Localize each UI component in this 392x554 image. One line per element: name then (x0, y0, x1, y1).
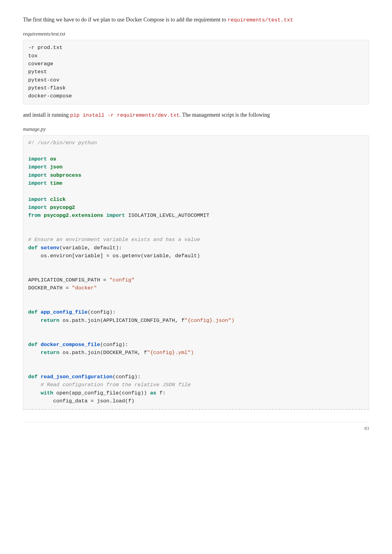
code-block-requirements: -r prod.txt tox coverage pytest pytest-c… (23, 40, 369, 104)
mod-json: json (50, 164, 62, 170)
open-call: open(app_config_file(config)) (53, 390, 150, 396)
setenv-body: os.environ[variable] = os.getenv(variabl… (28, 253, 200, 259)
kw-as: as (150, 390, 156, 396)
str-docker: "docker" (72, 285, 97, 291)
page-number: 83 (364, 426, 369, 431)
kw-import: import (28, 180, 47, 186)
caption-manage: manage.py (23, 125, 369, 133)
appcfg-ext: .json (213, 318, 228, 323)
kw-import: import (28, 172, 47, 178)
code-block-manage: #! /usr/bin/env python import os import … (23, 135, 369, 409)
kw-def: def (28, 309, 38, 315)
mod-psy-ext: psycopg2.extensions (44, 213, 103, 218)
mod-time: time (50, 180, 62, 186)
kw-import: import (28, 156, 47, 162)
mod-psycopg2: psycopg2 (50, 205, 75, 210)
appcfg-args: (config): (88, 309, 116, 315)
iso-const: ISOLATION_LEVEL_AUTOCOMMIT (128, 213, 209, 218)
dcompose-ext: .yml (175, 350, 188, 356)
caption-requirements: requirements/test.txt (23, 30, 369, 38)
kw-def: def (28, 245, 38, 251)
kw-import: import (28, 197, 47, 202)
f-colon: f: (156, 390, 166, 396)
inline-code-pip: pip install -r requirements/dev.txt (70, 112, 179, 118)
setenv-args: (variable, default): (59, 245, 122, 251)
kw-def: def (28, 374, 38, 380)
kw-from: from (28, 213, 41, 218)
kw-def: def (28, 342, 38, 348)
paragraph-intro: The first thing we have to do if we plan… (23, 15, 369, 24)
kw-import: import (28, 205, 47, 210)
kw-import: import (28, 164, 47, 170)
fn-setenv: setenv (41, 245, 59, 251)
fn-dcompose: docker_compose_file (41, 342, 100, 348)
comment-readcfg: # Read configuration from the relative J… (28, 382, 191, 388)
para2-suffix: . The management script is the following (179, 112, 270, 118)
close-q-paren: ") (228, 318, 234, 323)
docker-path-line: DOCKER_PATH = (28, 285, 72, 291)
dcompose-ret-prefix: os.path.join(DOCKER_PATH, f (59, 350, 147, 356)
paragraph-install: and install it running pip install -r re… (23, 111, 369, 119)
appcfg-ret-prefix: os.path.join(APPLICATION_CONFIG_PATH, f (59, 318, 184, 323)
readjson-args: (config): (112, 374, 141, 380)
str-config: "config" (109, 277, 134, 283)
kw-return: return (41, 318, 59, 323)
fn-appcfg: app_config_file (41, 309, 88, 315)
dcompose-args: (config): (100, 342, 128, 348)
para2-prefix: and install it running (23, 112, 70, 118)
app-cfg-line: APPLICATION_CONFIG_PATH = (28, 277, 109, 283)
inline-code-requirements: requirements/test.txt (228, 17, 293, 23)
kw-with: with (41, 390, 53, 396)
mod-os: os (50, 156, 56, 162)
fn-readjson: read_json_configuration (41, 374, 113, 380)
mod-click: click (50, 197, 66, 202)
kw-return: return (41, 350, 59, 356)
page-footer: 83 (23, 422, 369, 432)
para1-text: The first thing we have to do if we plan… (23, 17, 228, 23)
dcompose-fstr: "{config} (147, 350, 175, 356)
mod-subprocess: subprocess (50, 172, 81, 178)
kw-import: import (106, 213, 125, 218)
comment-ensure: # Ensure an environment variable exists … (28, 237, 200, 243)
appcfg-fstr: "{config} (184, 318, 213, 323)
shebang: #! /usr/bin/env python (28, 140, 97, 146)
load-line: config_data = json.load(f) (28, 398, 134, 404)
close-q-paren: ") (187, 350, 194, 356)
